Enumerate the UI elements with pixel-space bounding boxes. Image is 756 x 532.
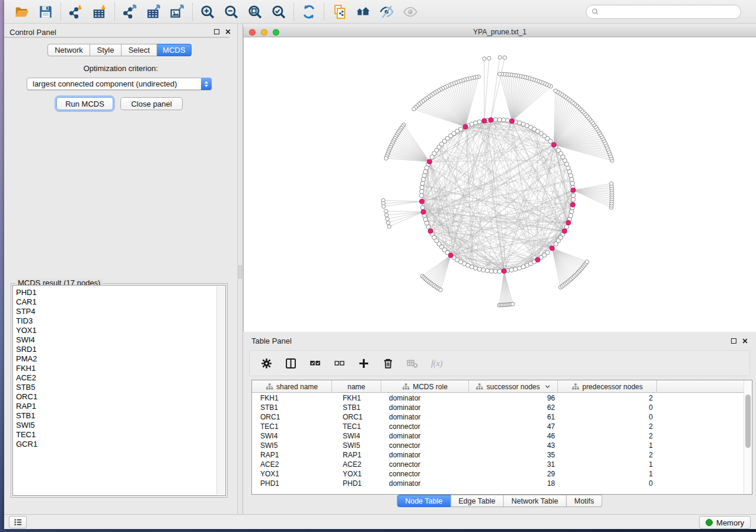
search-field[interactable] — [586, 5, 741, 19]
memory-label: Memory — [716, 518, 744, 527]
cell-mcds-role: dominator — [381, 403, 469, 412]
table-row[interactable]: FKH1FKH1dominator962 — [252, 393, 744, 403]
mcds-result-list[interactable]: PHD1CAR1STP4TID3YOX1SWI4SRD1PMA2FKH1ACE2… — [12, 285, 226, 496]
mcds-result-item[interactable]: CAR1 — [13, 297, 216, 307]
export-image-button[interactable] — [165, 2, 189, 21]
table-scrollbar[interactable] — [744, 380, 752, 494]
mcds-list-scrollbar[interactable] — [216, 286, 225, 495]
import-table-button[interactable] — [88, 2, 111, 21]
float-panel-icon[interactable] — [214, 29, 219, 34]
mcds-result-item[interactable]: ACE2 — [13, 373, 216, 383]
table-row[interactable]: RAP1RAP1dominator352 — [252, 450, 744, 460]
gear-button[interactable] — [259, 356, 273, 370]
refresh-button[interactable] — [297, 2, 321, 21]
table-row[interactable]: YOX1YOX1connector291 — [252, 469, 744, 479]
export-network-button[interactable] — [118, 2, 142, 21]
mcds-result-item[interactable]: GCR1 — [13, 440, 216, 449]
clone-network-button[interactable] — [327, 2, 351, 21]
cell-shared-name: TEC1 — [252, 422, 332, 431]
splitter-handle-icon[interactable] — [238, 265, 242, 278]
mcds-result-item[interactable]: STP4 — [13, 307, 216, 316]
mcds-result-item[interactable]: ORC1 — [13, 392, 216, 402]
close-table-panel-icon[interactable] — [742, 338, 748, 344]
export-table-button[interactable] — [142, 2, 165, 21]
zoom-out-button[interactable] — [219, 2, 243, 21]
network-graph[interactable] — [244, 37, 756, 332]
mcds-result-item[interactable]: RAP1 — [13, 402, 216, 411]
trash-button[interactable] — [381, 356, 395, 370]
cell-predecessor-nodes: 0 — [558, 403, 657, 412]
cell-predecessor-nodes: 1 — [558, 470, 657, 478]
mcds-result-item[interactable]: SWI5 — [13, 421, 216, 430]
open-button[interactable] — [10, 2, 34, 21]
deselect-all-button[interactable] — [332, 356, 346, 370]
column-header-name[interactable]: name — [332, 380, 381, 393]
mcds-result-item[interactable]: FKH1 — [13, 364, 216, 373]
scrollbar-thumb[interactable] — [745, 395, 751, 448]
zoom-fit-button[interactable] — [243, 2, 267, 21]
mcds-result-item[interactable]: TID3 — [13, 316, 216, 326]
network-window-titlebar[interactable]: YPA_prune.txt_1 — [243, 27, 756, 37]
save-button[interactable] — [34, 2, 58, 21]
mcds-result-item[interactable]: SWI4 — [13, 335, 216, 345]
mcds-result-item[interactable]: SRD1 — [13, 345, 216, 354]
window-close-button[interactable] — [249, 29, 256, 36]
mcds-result-item[interactable]: STB5 — [13, 383, 216, 392]
mcds-result-item[interactable]: YOX1 — [13, 326, 216, 335]
mcds-result-item[interactable]: PMA2 — [13, 354, 216, 364]
tab-edge-table[interactable]: Edge Table — [451, 495, 503, 507]
criterion-dropdown[interactable]: largest connected component (undirected) — [27, 78, 212, 90]
horizontal-splitter[interactable] — [243, 332, 756, 334]
right-pane: YPA_prune.txt_1 Table Panel f(x) shared … — [243, 24, 756, 514]
table-row[interactable]: ACE2ACE2connector311 — [252, 460, 744, 469]
control-panel: Control Panel NetworkStyleSelectMCDS Opt… — [4, 24, 237, 514]
fx-button: f(x) — [429, 356, 444, 370]
column-header-predecessor-nodes[interactable]: predecessor nodes — [558, 380, 657, 393]
tab-network-table[interactable]: Network Table — [504, 495, 567, 507]
network-canvas[interactable] — [243, 37, 756, 332]
memory-button[interactable]: Memory — [699, 516, 751, 529]
mcds-result-item[interactable]: TEC1 — [13, 430, 216, 440]
float-table-panel-icon[interactable] — [731, 338, 736, 344]
columns-button[interactable] — [283, 356, 298, 370]
toolbar-separator — [114, 3, 115, 21]
table-row[interactable]: PHD1PHD1dominator180 — [252, 479, 744, 488]
column-header-MCDS-role[interactable]: MCDS role — [381, 380, 469, 393]
delete-table-button — [405, 356, 419, 370]
select-all-button[interactable] — [308, 356, 322, 370]
tab-select[interactable]: Select — [122, 44, 157, 56]
close-panel-button[interactable]: Close panel — [120, 97, 183, 110]
table-row[interactable]: TEC1TEC1connector472 — [252, 422, 744, 431]
tab-mcds[interactable]: MCDS — [157, 44, 192, 56]
first-neighbors-button[interactable] — [351, 2, 375, 21]
table-row[interactable]: SWI5SWI5connector431 — [252, 441, 744, 450]
column-header-shared-name[interactable]: shared name — [252, 380, 332, 393]
toggle-style-button[interactable] — [375, 2, 398, 21]
column-header-successor-nodes[interactable]: successor nodes — [469, 380, 558, 393]
close-panel-icon[interactable] — [225, 28, 231, 35]
table-row[interactable]: STB1STB1dominator620 — [252, 403, 744, 412]
window-minimize-button[interactable] — [261, 29, 267, 36]
mcds-result-item[interactable]: STB1 — [13, 411, 216, 421]
toolbar-separator — [294, 3, 294, 21]
tab-motifs[interactable]: Motifs — [566, 495, 602, 507]
tab-node-table[interactable]: Node Table — [397, 495, 451, 507]
window-zoom-button[interactable] — [273, 29, 279, 36]
cell-successor-nodes: 62 — [469, 403, 558, 412]
org-icon — [266, 383, 273, 390]
run-mcds-button[interactable]: Run MCDS — [56, 97, 113, 110]
zoom-selected-button[interactable] — [267, 2, 291, 21]
import-network-button[interactable] — [64, 2, 88, 21]
tab-network[interactable]: Network — [47, 44, 90, 56]
search-input[interactable] — [602, 8, 736, 16]
add-button[interactable] — [356, 356, 371, 370]
tab-style[interactable]: Style — [90, 44, 122, 56]
cell-shared-name: PHD1 — [252, 479, 332, 488]
zoom-in-button[interactable] — [196, 2, 219, 21]
table-row[interactable]: ORC1ORC1dominator610 — [252, 412, 744, 422]
table-row[interactable]: SWI4SWI4dominator462 — [252, 431, 744, 441]
vertical-splitter[interactable] — [237, 24, 243, 514]
refresh-icon — [301, 4, 317, 20]
task-history-button[interactable] — [9, 516, 27, 528]
mcds-result-item[interactable]: PHD1 — [13, 288, 216, 297]
